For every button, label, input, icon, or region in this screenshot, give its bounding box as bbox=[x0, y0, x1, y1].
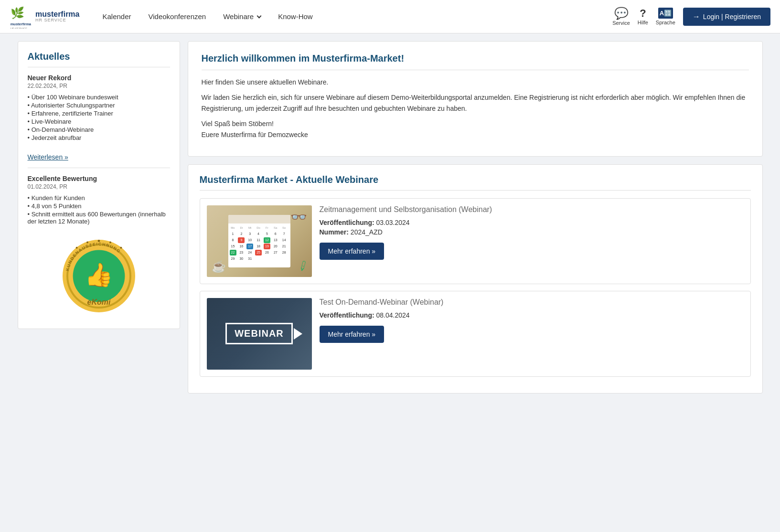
news-title-2: Excellente Bewertung bbox=[28, 175, 170, 182]
news-date-2: 01.02.2024, PR bbox=[28, 183, 170, 190]
hilfe-icon: ? bbox=[640, 8, 646, 19]
welcome-title: Herzlich willkommen im Musterfirma-Marke… bbox=[202, 53, 749, 70]
webinar-name-2: Test On-Demand-Webinar (Webinar) bbox=[320, 298, 744, 307]
nav-webinare-label: Webinare bbox=[223, 12, 254, 21]
svg-point-11 bbox=[109, 242, 111, 244]
login-label: Login | Registrieren bbox=[703, 13, 761, 21]
veroeffentlichung-value-2: 08.04.2024 bbox=[376, 311, 410, 319]
webinar-thumb-label: WEBINAR bbox=[235, 328, 284, 339]
main-container: Aktuelles Neuer Rekord 22.02.2024, PR Üb… bbox=[8, 33, 772, 401]
svg-point-13 bbox=[86, 242, 88, 244]
welcome-para-1: Hier finden Sie unsere aktuellen Webinar… bbox=[202, 77, 749, 87]
webinar-info-2: Test On-Demand-Webinar (Webinar) Veröffe… bbox=[320, 298, 744, 343]
veroeffentlichung-label-2: Veröffentlichung: bbox=[320, 311, 374, 319]
hilfe-button[interactable]: ? Hilfe bbox=[638, 8, 648, 25]
webinar-thumbnail-1: Mo Di Mi Do Fr Sa So 1234567 89101112131… bbox=[207, 205, 312, 277]
content-area: Herzlich willkommen im Musterfirma-Marke… bbox=[188, 41, 763, 394]
news-list-1: Über 100 Webinare bundesweit Autorisiert… bbox=[28, 93, 170, 142]
list-item: Autorisierter Schulungspartner bbox=[28, 101, 170, 109]
news-item-neuer-rekord: Neuer Rekord 22.02.2024, PR Über 100 Web… bbox=[28, 74, 170, 142]
logo[interactable]: 🌿 musterfirma HR SERVICE musterfirma HR … bbox=[10, 5, 79, 29]
mehr-erfahren-button-1[interactable]: Mehr erfahren » bbox=[320, 243, 385, 260]
welcome-card: Herzlich willkommen im Musterfirma-Marke… bbox=[188, 41, 763, 157]
news-card: Aktuelles Neuer Rekord 22.02.2024, PR Üb… bbox=[18, 41, 180, 329]
nav-item-kalender[interactable]: Kalender bbox=[94, 0, 139, 33]
news-list-2: Kunden für Kunden 4,8 von 5 Punkten Schn… bbox=[28, 194, 170, 225]
list-item: Über 100 Webinare bundesweit bbox=[28, 93, 170, 101]
navbar: 🌿 musterfirma HR SERVICE musterfirma HR … bbox=[0, 0, 780, 33]
sprache-icon: A🔡 bbox=[658, 8, 673, 19]
brand-name: musterfirma bbox=[35, 10, 79, 19]
svg-text:musterfirma: musterfirma bbox=[11, 22, 32, 26]
veroeffentlichung-label-1: Veröffentlichung: bbox=[320, 219, 374, 226]
login-button[interactable]: → Login | Registrieren bbox=[683, 8, 770, 26]
hilfe-label: Hilfe bbox=[638, 20, 648, 25]
mehr-erfahren-button-2[interactable]: Mehr erfahren » bbox=[320, 326, 385, 343]
webinar-name-1: Zeitmanagement und Selbstorganisation (W… bbox=[320, 205, 744, 214]
navbar-right: 💬 Service ? Hilfe A🔡 Sprache → Login | R… bbox=[612, 8, 770, 26]
sidebar: Aktuelles Neuer Rekord 22.02.2024, PR Üb… bbox=[18, 41, 180, 394]
service-icon: 💬 bbox=[614, 8, 629, 19]
welcome-para-2: Wir laden Sie herzlich ein, sich für uns… bbox=[202, 92, 749, 114]
list-item: On-Demand-Webinare bbox=[28, 126, 170, 134]
sprache-button[interactable]: A🔡 Sprache bbox=[656, 8, 675, 26]
service-label: Service bbox=[612, 20, 630, 26]
ekomi-badge: 👍 KUNDENAUSZEICHNUNG eKomi bbox=[61, 238, 137, 314]
nav-item-videokonferenzen[interactable]: Videokonferenzen bbox=[140, 0, 215, 33]
brand-tagline: HR SERVICE bbox=[35, 18, 79, 23]
divider bbox=[28, 168, 170, 168]
main-nav: Kalender Videokonferenzen Webinare Know-… bbox=[94, 0, 612, 33]
sprache-label: Sprache bbox=[656, 20, 675, 25]
svg-point-14 bbox=[75, 247, 77, 249]
nav-item-webinare[interactable]: Webinare bbox=[214, 0, 269, 33]
svg-point-10 bbox=[97, 240, 100, 242]
weiterlesen-link[interactable]: Weiterlesen » bbox=[28, 153, 68, 161]
sidebar-title: Aktuelles bbox=[28, 51, 170, 67]
webinars-title: Musterfirma Market - Aktuelle Webinare bbox=[200, 174, 751, 191]
news-date-1: 22.02.2024, PR bbox=[28, 83, 170, 89]
svg-text:👍: 👍 bbox=[85, 261, 113, 288]
svg-text:🌿: 🌿 bbox=[11, 6, 25, 20]
news-item-bewertung: Excellente Bewertung 01.02.2024, PR Kund… bbox=[28, 175, 170, 225]
list-item: Live-Webinare bbox=[28, 117, 170, 126]
nummer-value-1: 2024_AZD bbox=[351, 228, 383, 236]
welcome-para-3: Viel Spaß beim Stöbern!Euere Musterfirma… bbox=[202, 118, 749, 140]
svg-point-12 bbox=[120, 247, 122, 249]
service-button[interactable]: 💬 Service bbox=[612, 8, 630, 26]
webinar-meta-veroeffentlichung-2: Veröffentlichung: 08.04.2024 bbox=[320, 311, 744, 319]
chevron-down-icon bbox=[257, 13, 262, 18]
list-item: Schnitt ermittelt aus 600 Bewertungen (i… bbox=[28, 210, 170, 225]
veroeffentlichung-value-1: 03.03.2024 bbox=[376, 219, 410, 226]
webinar-thumbnail-2: WEBINAR bbox=[207, 298, 312, 370]
nav-item-know-how[interactable]: Know-How bbox=[269, 0, 321, 33]
webinar-meta-nummer-1: Nummer: 2024_AZD bbox=[320, 228, 744, 236]
nummer-label-1: Nummer: bbox=[320, 228, 349, 236]
list-item: Erfahrene, zertifizierte Trainer bbox=[28, 109, 170, 117]
welcome-text: Hier finden Sie unsere aktuellen Webinar… bbox=[202, 77, 749, 140]
webinar-item-1: Mo Di Mi Do Fr Sa So 1234567 89101112131… bbox=[200, 198, 751, 284]
webinar-item-2: WEBINAR Test On-Demand-Webinar (Webinar)… bbox=[200, 291, 751, 377]
list-item: 4,8 von 5 Punkten bbox=[28, 202, 170, 210]
login-arrow-icon: → bbox=[693, 12, 700, 21]
news-title-1: Neuer Rekord bbox=[28, 74, 170, 82]
webinar-info-1: Zeitmanagement und Selbstorganisation (W… bbox=[320, 205, 744, 260]
webinars-card: Musterfirma Market - Aktuelle Webinare M… bbox=[188, 164, 763, 394]
svg-text:HR SERVICE: HR SERVICE bbox=[11, 27, 28, 28]
webinar-meta-veroeffentlichung-1: Veröffentlichung: 03.03.2024 bbox=[320, 219, 744, 226]
list-item: Jederzeit abrufbar bbox=[28, 134, 170, 142]
ekomi-container: 👍 KUNDENAUSZEICHNUNG eKomi bbox=[28, 233, 170, 319]
list-item: Kunden für Kunden bbox=[28, 194, 170, 202]
svg-text:eKomi: eKomi bbox=[87, 298, 110, 306]
